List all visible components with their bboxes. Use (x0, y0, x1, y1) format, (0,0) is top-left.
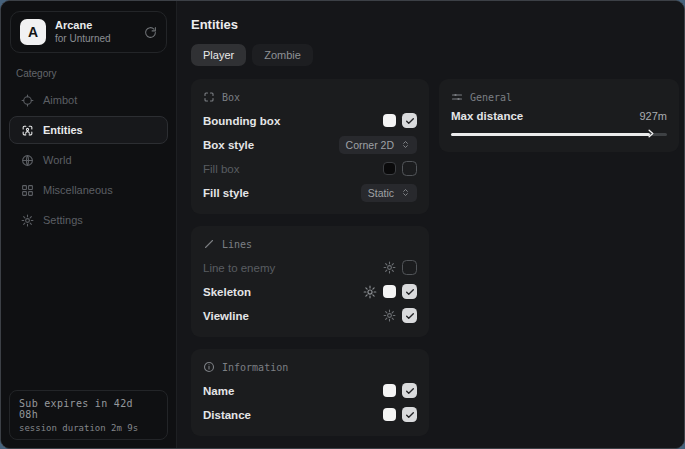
max-distance-slider[interactable] (451, 127, 667, 141)
sidebar-item-aimbot[interactable]: Aimbot (9, 86, 168, 114)
sidebar-item-label: World (43, 154, 72, 166)
box-panel: Box Bounding box Box style (191, 79, 429, 214)
general-panel: General Max distance 927m (439, 79, 679, 152)
setting-label: Name (203, 385, 234, 397)
max-distance-value: 927m (639, 110, 667, 122)
globe-icon (20, 154, 34, 167)
entity-scan-icon (20, 124, 34, 137)
setting-row-max-distance: Max distance 927m (451, 110, 667, 122)
setting-row-box-style: Box style Corner 2D (203, 134, 417, 155)
setting-row-viewline: Viewline (203, 305, 417, 326)
sidebar-item-label: Miscellaneous (43, 184, 113, 196)
gear-icon[interactable] (383, 261, 396, 274)
checkbox[interactable] (402, 407, 417, 422)
box-style-dropdown[interactable]: Corner 2D (339, 136, 417, 154)
color-swatch[interactable] (383, 162, 396, 175)
tab-bar: Player Zombie (191, 44, 679, 66)
setting-label: Viewline (203, 310, 249, 322)
sidebar: A Arcane for Unturned Category Aimbot (1, 1, 177, 448)
sidebar-nav: Aimbot Entities World (9, 86, 168, 234)
setting-label: Fill box (203, 163, 239, 175)
sidebar-item-label: Aimbot (43, 94, 77, 106)
setting-row-fill-style: Fill style Static (203, 182, 417, 203)
page-title: Entities (191, 17, 679, 32)
sidebar-item-label: Settings (43, 214, 83, 226)
gear-icon[interactable] (363, 285, 377, 299)
setting-row-skeleton: Skeleton (203, 281, 417, 302)
slider-thumb-arrow-icon[interactable] (645, 128, 656, 139)
category-label: Category (16, 68, 161, 79)
checkbox[interactable] (402, 161, 417, 176)
grid-icon (20, 184, 34, 197)
setting-label: Distance (203, 409, 251, 421)
color-swatch[interactable] (383, 114, 396, 127)
refresh-icon[interactable] (144, 26, 157, 39)
dropdown-value: Corner 2D (346, 139, 394, 151)
lines-panel: Lines Line to enemy (191, 226, 429, 337)
session-duration-text: session duration 2m 9s (19, 423, 158, 433)
setting-label: Skeleton (203, 286, 251, 298)
setting-label: Box style (203, 139, 254, 151)
sidebar-item-label: Entities (43, 124, 83, 136)
sidebar-item-world[interactable]: World (9, 146, 168, 174)
information-panel: Information Name Distance (191, 349, 429, 436)
color-swatch[interactable] (383, 384, 396, 397)
setting-row-name: Name (203, 380, 417, 401)
info-icon (203, 361, 215, 373)
panel-title: Box (222, 92, 240, 103)
checkbox[interactable] (402, 383, 417, 398)
setting-row-line-to-enemy: Line to enemy (203, 257, 417, 278)
panel-title: General (470, 92, 512, 103)
setting-row-fill-box: Fill box (203, 158, 417, 179)
chevrons-up-down-icon (401, 188, 410, 197)
sliders-icon (451, 91, 463, 103)
subscription-card: Sub expires in 42d 08h session duration … (9, 390, 168, 440)
setting-label: Line to enemy (203, 262, 275, 274)
box-corners-icon (203, 91, 215, 103)
gear-icon (20, 214, 34, 227)
app-window: A Arcane for Unturned Category Aimbot (0, 0, 685, 449)
sub-expiry-text: Sub expires in 42d 08h (19, 398, 158, 420)
tab-zombie[interactable]: Zombie (252, 44, 313, 66)
checkbox[interactable] (402, 260, 417, 275)
fill-style-dropdown[interactable]: Static (361, 184, 417, 202)
setting-label: Bounding box (203, 115, 280, 127)
logo-card: A Arcane for Unturned (10, 11, 167, 53)
sidebar-item-entities[interactable]: Entities (9, 116, 168, 144)
sidebar-item-settings[interactable]: Settings (9, 206, 168, 234)
diagonal-line-icon (203, 238, 215, 250)
main-content: Entities Player Zombie Box (177, 1, 685, 448)
color-swatch[interactable] (383, 408, 396, 421)
app-subtitle: for Unturned (55, 33, 111, 46)
checkbox[interactable] (402, 284, 417, 299)
setting-label: Max distance (451, 110, 523, 122)
crosshair-icon (20, 94, 34, 107)
dropdown-value: Static (368, 187, 394, 199)
chevrons-up-down-icon (401, 140, 410, 149)
setting-row-distance: Distance (203, 404, 417, 425)
gear-icon[interactable] (383, 309, 396, 322)
setting-row-bounding-box: Bounding box (203, 110, 417, 131)
tab-player[interactable]: Player (191, 44, 246, 66)
checkbox[interactable] (402, 308, 417, 323)
color-swatch[interactable] (383, 285, 396, 298)
sidebar-item-miscellaneous[interactable]: Miscellaneous (9, 176, 168, 204)
app-title: Arcane (55, 19, 111, 33)
panel-title: Information (222, 362, 288, 373)
panel-title: Lines (222, 239, 252, 250)
checkbox[interactable] (402, 113, 417, 128)
slider-fill (451, 133, 650, 136)
setting-label: Fill style (203, 187, 249, 199)
app-logo: A (20, 19, 46, 45)
